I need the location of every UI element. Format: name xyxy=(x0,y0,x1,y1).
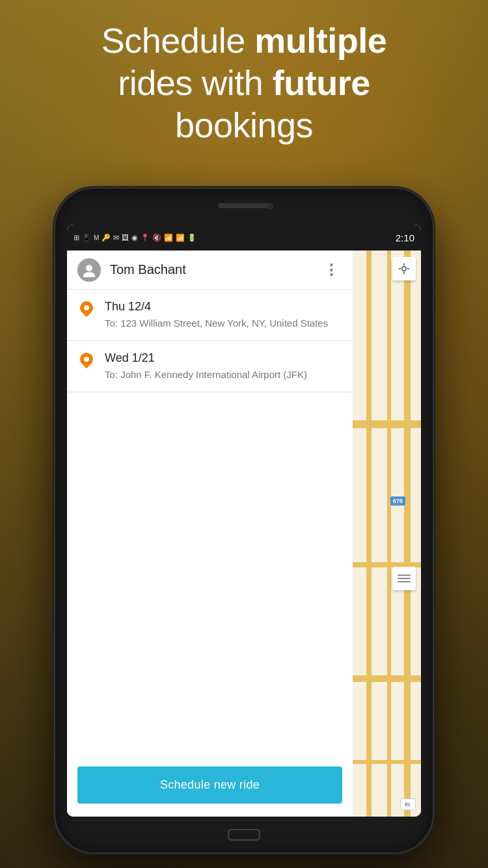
status-time: 2:10 xyxy=(396,232,414,243)
hero-title: Schedule multiple rides with future book… xyxy=(39,20,449,146)
header-bar: Tom Bachant ⋮ xyxy=(67,251,353,290)
phone-home-button[interactable] xyxy=(228,829,260,841)
schedule-new-ride-button[interactable]: Schedule new ride xyxy=(77,766,342,804)
phone-screen: ⊞ 📱 M 🔑 ✉ 🖼 ◉ 📍 🔇 📶 📶 🔋 2:10 xyxy=(67,224,421,817)
location-pin-icon xyxy=(77,353,96,371)
status-icon-phone: 📱 xyxy=(82,234,91,242)
map-label: in. xyxy=(400,798,416,810)
app-content: Tom Bachant ⋮ Thu 12/4 xyxy=(67,251,421,817)
map-menu-button[interactable] xyxy=(392,567,416,590)
status-icon-key: 🔑 xyxy=(102,234,111,242)
svg-point-2 xyxy=(402,267,407,271)
hero-line2: rides with future xyxy=(118,63,370,102)
ride-info: Wed 1/21 To: John F. Kennedy Internation… xyxy=(105,351,342,381)
status-bar: ⊞ 📱 M 🔑 ✉ 🖼 ◉ 📍 🔇 📶 📶 🔋 2:10 xyxy=(67,224,421,251)
phone-camera xyxy=(267,203,273,210)
menu-line xyxy=(398,581,411,582)
phone-body: ⊞ 📱 M 🔑 ✉ 🖼 ◉ 📍 🔇 📶 📶 🔋 2:10 xyxy=(55,189,433,852)
ride-destination: To: John F. Kennedy International Airpor… xyxy=(105,368,342,381)
location-pin-icon xyxy=(77,301,96,319)
status-icon-chrome: ◉ xyxy=(131,234,138,242)
ride-date: Wed 1/21 xyxy=(105,351,342,365)
map-road xyxy=(387,251,391,817)
map-road xyxy=(366,251,372,817)
more-button[interactable]: ⋮ xyxy=(321,259,342,281)
phone-device: ⊞ 📱 M 🔑 ✉ 🖼 ◉ 📍 🔇 📶 📶 🔋 2:10 xyxy=(55,189,433,852)
status-icon-img: 🖼 xyxy=(122,234,129,241)
ride-item[interactable]: Wed 1/21 To: John F. Kennedy Internation… xyxy=(67,341,353,392)
user-name: Tom Bachant xyxy=(110,262,321,277)
status-icon-location: 📍 xyxy=(141,234,150,242)
ride-date: Thu 12/4 xyxy=(105,300,342,314)
status-icon-mute: 🔇 xyxy=(152,234,161,242)
menu-line xyxy=(398,575,411,576)
map-location-button[interactable] xyxy=(392,257,416,280)
status-icon-mail: M xyxy=(94,234,99,241)
ride-info: Thu 12/4 To: 123 William Street, New Yor… xyxy=(105,300,342,330)
user-avatar xyxy=(77,258,101,282)
road-badge: 678 xyxy=(390,496,405,506)
map-road xyxy=(404,251,411,817)
phone-speaker xyxy=(218,203,270,208)
status-icons: ⊞ 📱 M 🔑 ✉ 🖼 ◉ 📍 🔇 📶 📶 🔋 xyxy=(74,234,396,242)
menu-line xyxy=(398,578,411,579)
hero-section: Schedule multiple rides with future book… xyxy=(0,20,488,146)
ride-list: Thu 12/4 To: 123 William Street, New Yor… xyxy=(67,290,353,753)
map-panel: 678 in. xyxy=(353,251,421,817)
ride-destination: To: 123 William Street, New York, NY, Un… xyxy=(105,316,342,330)
status-icon-battery: 🔋 xyxy=(187,234,197,242)
status-icon-signal: 📶 xyxy=(176,234,185,242)
schedule-button-container: Schedule new ride xyxy=(67,753,353,817)
status-icon-msg: ✉ xyxy=(113,234,119,242)
main-panel: Tom Bachant ⋮ Thu 12/4 xyxy=(67,251,353,817)
svg-point-1 xyxy=(83,272,95,277)
status-icon-usb: ⊞ xyxy=(74,234,79,242)
svg-point-0 xyxy=(86,265,92,271)
status-icon-wifi: 📶 xyxy=(164,234,173,242)
ride-item[interactable]: Thu 12/4 To: 123 William Street, New Yor… xyxy=(67,290,353,341)
